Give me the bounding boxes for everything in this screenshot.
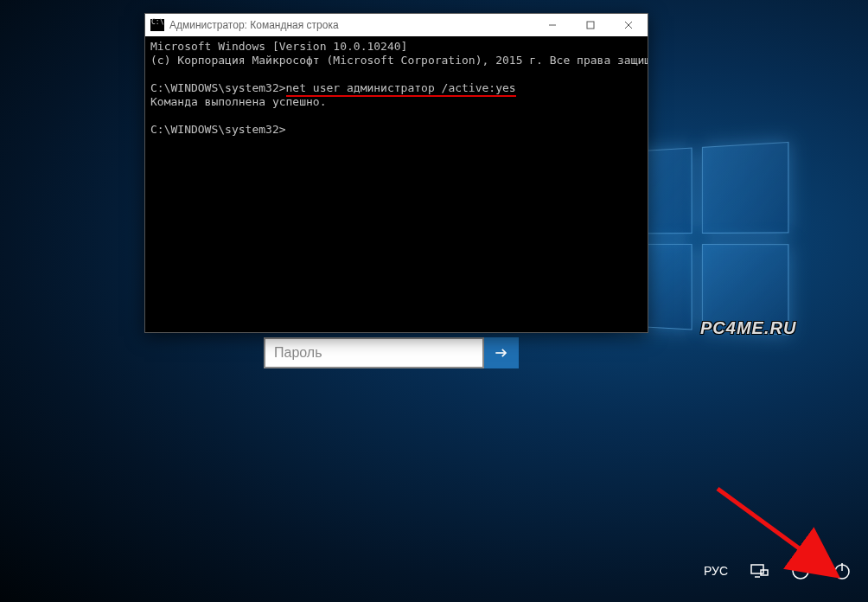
svg-line-11 — [718, 489, 830, 571]
minimize-button[interactable] — [533, 14, 571, 36]
svg-rect-7 — [761, 570, 768, 575]
ease-of-access-icon — [790, 560, 811, 581]
close-icon — [624, 21, 633, 29]
login-password-area — [264, 337, 519, 368]
command-prompt-window: Администратор: Командная строка Microsof… — [144, 13, 648, 333]
cmd-app-icon — [150, 19, 164, 31]
window-titlebar[interactable]: Администратор: Командная строка — [145, 14, 648, 36]
close-button[interactable] — [610, 14, 648, 36]
arrow-right-icon — [493, 344, 510, 362]
terminal-line: Команда выполнена успешно. — [150, 95, 327, 108]
terminal-line: Microsoft Windows [Version 10.0.10240] — [150, 40, 407, 53]
ease-of-access-button[interactable] — [790, 560, 811, 581]
svg-rect-5 — [751, 565, 763, 573]
minimize-icon — [548, 21, 557, 29]
svg-rect-2 — [587, 22, 594, 29]
submit-arrow-button[interactable] — [484, 337, 519, 368]
terminal-prompt: C:\WINDOWS\system32> — [150, 123, 286, 136]
power-icon — [832, 560, 852, 581]
monitor-icon — [749, 560, 769, 581]
maximize-icon — [586, 21, 595, 29]
watermark-text: PC4ME.RU — [700, 318, 796, 338]
window-title: Администратор: Командная строка — [169, 19, 339, 31]
terminal-line: (c) Корпорация Майкрософт (Microsoft Cor… — [150, 54, 648, 67]
password-input[interactable] — [264, 337, 484, 368]
power-button[interactable] — [832, 560, 852, 581]
language-indicator[interactable]: РУС — [704, 564, 728, 578]
terminal-body[interactable]: Microsoft Windows [Version 10.0.10240] (… — [145, 36, 648, 332]
network-icon[interactable] — [749, 560, 769, 581]
maximize-button[interactable] — [571, 14, 610, 36]
login-tray: РУС — [704, 560, 852, 581]
terminal-prompt: C:\WINDOWS\system32> — [150, 81, 286, 94]
